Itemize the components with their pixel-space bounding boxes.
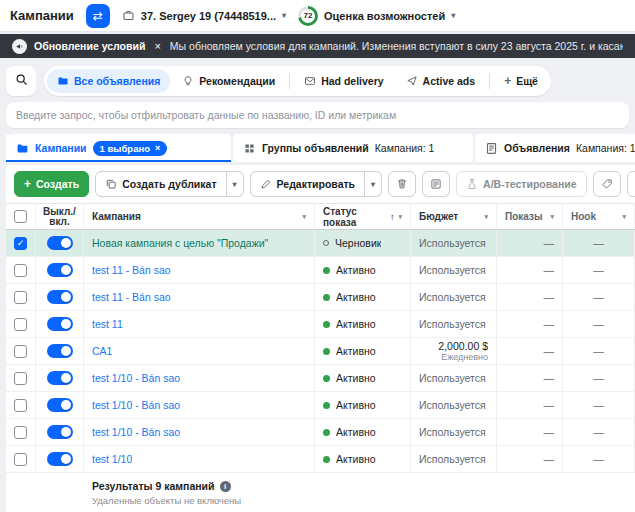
filter-more[interactable]: + Ещё: [494, 69, 548, 93]
actions-toolbar: + Создать Создать дубликат ▾ Редактиров: [6, 165, 635, 204]
table-row[interactable]: test 1/10 - Bán sao Активно Используется…: [6, 365, 635, 392]
table-row[interactable]: ✓ Новая кампания с целью "Продажи" Черно…: [6, 230, 635, 257]
send-icon: [406, 75, 418, 87]
row-checkbox[interactable]: [14, 264, 27, 277]
close-icon[interactable]: ×: [152, 41, 162, 52]
campaign-toggle[interactable]: [47, 452, 73, 466]
row-checkbox[interactable]: [14, 318, 27, 331]
duplicate-dropdown[interactable]: ▾: [227, 171, 244, 197]
status-icon: [323, 240, 329, 246]
column-header-status[interactable]: Статус показа ↑ ▾: [315, 204, 411, 229]
status-icon: [323, 456, 330, 463]
status-icon: [323, 429, 330, 436]
row-toggle-cell: [36, 446, 84, 472]
folder-icon: [16, 142, 29, 155]
table-row[interactable]: test 11 - Bán sao Активно Используется б…: [6, 257, 635, 284]
row-checkbox[interactable]: [14, 345, 27, 358]
campaign-name-link[interactable]: test 11 - Bán sao: [92, 291, 171, 303]
campaign-name-link[interactable]: Новая кампания с целью "Продажи": [92, 237, 268, 249]
table-row[interactable]: CA1 Активно 2,000.00 $Ежедневно — —: [6, 338, 635, 365]
tab-ads-label: Объявления: [504, 142, 570, 154]
impressions-cell: —: [497, 392, 563, 418]
row-toggle-cell: [36, 419, 84, 445]
campaigns-app-button[interactable]: ⇄: [86, 4, 110, 28]
column-header-hook-label: Hook: [571, 211, 596, 222]
close-icon[interactable]: ×: [155, 144, 160, 153]
campaign-name-cell: test 1/10: [84, 446, 315, 472]
row-checkbox[interactable]: [14, 372, 27, 385]
edit-dropdown[interactable]: ▾: [365, 171, 382, 197]
create-button[interactable]: + Создать: [14, 171, 89, 197]
column-header-toggle[interactable]: Выкл./вкл.: [36, 204, 84, 229]
view-setup-button[interactable]: [422, 171, 450, 197]
column-header-hook[interactable]: Hook ▾: [563, 204, 635, 229]
campaign-toggle[interactable]: [47, 371, 73, 385]
campaign-name-link[interactable]: test 1/10 - Bán sao: [92, 372, 180, 384]
tag-button[interactable]: [593, 171, 621, 197]
status-label: Активно: [336, 399, 376, 411]
campaign-toggle[interactable]: [47, 236, 73, 250]
table-row[interactable]: test 11 Активно Используется б... — —: [6, 311, 635, 338]
column-header-impressions[interactable]: Показы ▾: [497, 204, 563, 229]
column-header-budget[interactable]: Бюджет ▾: [411, 204, 497, 229]
duplicate-button-label: Создать дубликат: [122, 178, 216, 190]
filter-had-delivery[interactable]: Had delivery: [294, 69, 393, 93]
campaign-toggle[interactable]: [47, 317, 73, 331]
impressions-cell: —: [497, 311, 563, 337]
table-row[interactable]: test 1/10 - Bán sao Активно Используется…: [6, 392, 635, 419]
tab-ads-context: Кампания: 1: [576, 142, 635, 154]
row-checkbox[interactable]: [14, 453, 27, 466]
search-button[interactable]: [6, 66, 36, 96]
filter-recommendations[interactable]: Рекомендации: [172, 69, 285, 93]
campaign-name-cell: test 1/10 - Bán sao: [84, 365, 315, 391]
campaign-toggle[interactable]: [47, 398, 73, 412]
more-button[interactable]: Больше ▾: [627, 171, 635, 197]
tab-campaigns[interactable]: Кампании 1 выбрано ×: [6, 134, 231, 162]
row-checkbox[interactable]: [14, 426, 27, 439]
row-toggle-cell: [36, 365, 84, 391]
campaign-toggle[interactable]: [47, 344, 73, 358]
filter-segmented-control: Все объявления Рекомендации Had delivery: [44, 66, 551, 96]
select-all-checkbox[interactable]: [14, 210, 27, 223]
table-row[interactable]: test 1/10 Активно Используется б... — —: [6, 446, 635, 473]
campaigns-table: Выкл./вкл. Кампания ▾ Статус показа ↑ ▾ …: [6, 204, 635, 512]
chevron-down-icon: ▾: [233, 180, 237, 189]
campaign-name-link[interactable]: test 11: [92, 318, 123, 330]
column-header-campaign[interactable]: Кампания ▾: [84, 204, 315, 229]
campaign-name-link[interactable]: test 1/10: [92, 453, 132, 465]
create-button-label: Создать: [36, 178, 79, 190]
edit-button[interactable]: Редактировать: [250, 171, 366, 197]
account-selector[interactable]: 37. Sergey 19 (74448519... ▾: [122, 9, 286, 22]
document-icon: [485, 142, 498, 155]
select-all-checkbox-cell: [6, 204, 36, 229]
row-checkbox-cell: [6, 338, 36, 364]
ads-manager-page: Кампании ⇄ 37. Sergey 19 (74448519... ▾ …: [0, 0, 635, 512]
table-row[interactable]: test 11 - Bán sao Активно Используется б…: [6, 284, 635, 311]
campaign-toggle[interactable]: [47, 425, 73, 439]
campaign-name-link[interactable]: CA1: [92, 345, 112, 357]
campaign-toggle[interactable]: [47, 290, 73, 304]
filter-all-ads[interactable]: Все объявления: [47, 69, 170, 93]
opportunity-score-button[interactable]: 72 Оценка возможностей ▾: [298, 6, 455, 26]
row-checkbox[interactable]: [14, 291, 27, 304]
row-checkbox[interactable]: ✓: [14, 237, 27, 250]
row-checkbox[interactable]: [14, 399, 27, 412]
status-label: Активно: [336, 453, 376, 465]
delete-button[interactable]: [388, 171, 416, 197]
info-icon[interactable]: i: [220, 481, 231, 492]
campaign-name-link[interactable]: test 1/10 - Bán sao: [92, 399, 180, 411]
campaign-name-link[interactable]: test 11 - Bán sao: [92, 264, 171, 276]
campaign-toggle[interactable]: [47, 263, 73, 277]
tab-adsets[interactable]: Группы объявлений Кампания: 1: [233, 134, 473, 162]
campaign-name-link[interactable]: test 1/10 - Bán sao: [92, 426, 180, 438]
impressions-cell: —: [497, 230, 563, 256]
toggle-knob: [61, 319, 71, 329]
table-row[interactable]: test 1/10 - Bán sao Активно Используется…: [6, 419, 635, 446]
status-icon: [323, 348, 330, 355]
filter-active-ads[interactable]: Active ads: [396, 69, 486, 93]
search-input[interactable]: Введите запрос, чтобы отфильтровать данн…: [6, 102, 629, 128]
ab-test-button[interactable]: A/B-тестирование: [456, 171, 586, 197]
tab-ads[interactable]: Объявления Кампания: 1: [475, 134, 635, 162]
status-icon: [323, 294, 330, 301]
duplicate-button[interactable]: Создать дубликат: [95, 171, 226, 197]
